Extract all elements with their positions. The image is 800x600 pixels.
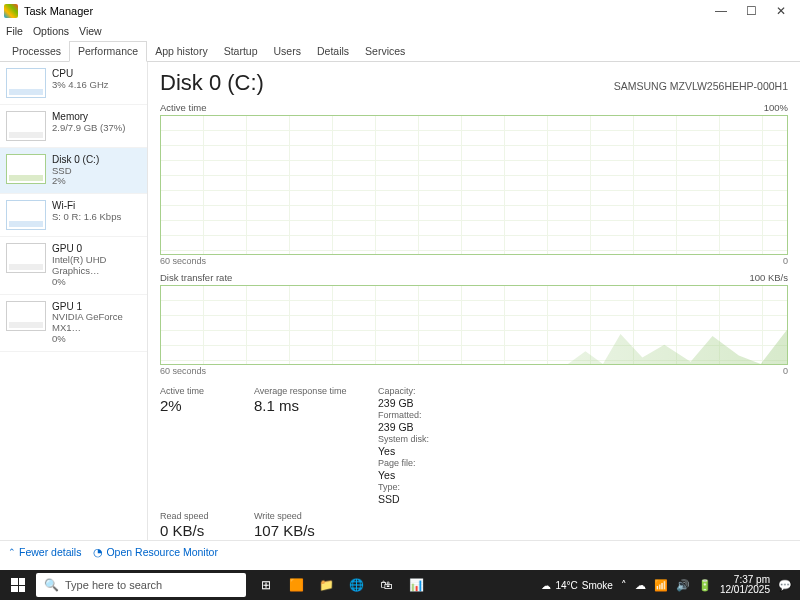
chart1-area [160,115,788,255]
metric-sysdisk-val: Yes [378,445,468,457]
taskbar: 🔍 Type here to search ⊞ 🟧 📁 🌐 🛍 📊 ☁ 14°C… [0,570,800,600]
open-resmon-label: Open Resource Monitor [106,546,217,558]
sidebar-gpu0-sub2: 0% [52,277,141,288]
weather-temp: 14°C [555,580,577,591]
sidebar-item-cpu[interactable]: CPU 3% 4.16 GHz [0,62,147,105]
sidebar-gpu1-sub2: 0% [52,334,141,345]
chart-transfer-rate: Disk transfer rate 100 KB/s 60 seconds 0 [160,272,788,376]
tray-onedrive-icon[interactable]: ☁ [635,579,646,592]
disk-metrics: Active time 2% Average response time 8.1… [160,386,788,545]
chart1-xright: 0 [783,256,788,266]
tab-details[interactable]: Details [309,42,357,61]
tab-strip: Processes Performance App history Startu… [0,40,800,62]
sidebar-gpu1-sub1: NVIDIA GeForce MX1… [52,312,141,334]
metric-active-time-val: 2% [160,397,240,414]
chart2-xright: 0 [783,366,788,376]
sidebar-thumb-memory [6,111,46,141]
sidebar-cpu-title: CPU [52,68,109,80]
chart2-yhigh: 100 KB/s [749,272,788,283]
resmon-icon: ◔ [93,546,103,558]
taskbar-search[interactable]: 🔍 Type here to search [36,573,246,597]
sidebar-item-memory[interactable]: Memory 2.9/7.9 GB (37%) [0,105,147,148]
maximize-button[interactable]: ☐ [736,4,766,18]
weather-widget[interactable]: ☁ 14°C Smoke [541,580,612,591]
action-center-icon[interactable]: 💬 [778,579,792,592]
metric-formatted-val: 239 GB [378,421,468,433]
windows-logo-icon [11,578,25,592]
tray-wifi-icon[interactable]: 📶 [654,579,668,592]
metric-capacity-val: 239 GB [378,397,468,409]
menu-options[interactable]: Options [33,25,69,37]
taskview-button[interactable]: ⊞ [252,570,280,600]
open-resmon-link[interactable]: ◔ Open Resource Monitor [93,546,217,558]
chart1-yhigh: 100% [764,102,788,113]
pinned-taskmgr[interactable]: 📊 [402,570,430,600]
sidebar-item-gpu0[interactable]: GPU 0 Intel(R) UHD Graphics… 0% [0,237,147,294]
metric-formatted-lbl: Formatted: [378,410,468,420]
tray-chevron-icon[interactable]: ˄ [621,579,627,592]
tab-users[interactable]: Users [266,42,309,61]
sidebar-gpu0-sub1: Intel(R) UHD Graphics… [52,255,141,277]
weather-icon: ☁ [541,580,551,591]
perf-main-panel: Disk 0 (C:) SAMSUNG MZVLW256HEHP-000H1 A… [148,62,800,540]
taskbar-pinned: ⊞ 🟧 📁 🌐 🛍 📊 [252,570,430,600]
menu-view[interactable]: View [79,25,102,37]
taskbar-date: 12/01/2025 [720,585,770,596]
tab-performance[interactable]: Performance [69,41,147,62]
metric-pagefile-lbl: Page file: [378,458,468,468]
sidebar-disk-sub2: 2% [52,176,99,187]
metric-capacity-lbl: Capacity: [378,386,468,396]
weather-cond: Smoke [582,580,613,591]
chart-active-time: Active time 100% 60 seconds 0 [160,102,788,266]
app-icon [4,4,18,18]
sidebar-wifi-sub: S: 0 R: 1.6 Kbps [52,212,121,223]
metric-active-time-lbl: Active time [160,386,240,396]
metric-write-val: 107 KB/s [254,522,364,539]
window-title: Task Manager [24,5,93,17]
metric-sysdisk-lbl: System disk: [378,434,468,444]
taskbar-clock[interactable]: 7:37 pm 12/01/2025 [720,575,770,596]
tab-startup[interactable]: Startup [216,42,266,61]
sidebar-thumb-cpu [6,68,46,98]
tab-processes[interactable]: Processes [4,42,69,61]
perf-sidebar: CPU 3% 4.16 GHz Memory 2.9/7.9 GB (37%) … [0,62,148,540]
tray-battery-icon[interactable]: 🔋 [698,579,712,592]
tab-app-history[interactable]: App history [147,42,216,61]
pinned-app-1[interactable]: 🟧 [282,570,310,600]
pinned-explorer[interactable]: 📁 [312,570,340,600]
metric-pagefile-val: Yes [378,469,468,481]
metric-read-lbl: Read speed [160,511,240,521]
metric-read-val: 0 KB/s [160,522,240,539]
metric-type-lbl: Type: [378,482,468,492]
chart2-label: Disk transfer rate [160,272,232,283]
title-bar: Task Manager — ☐ ✕ [0,0,800,22]
tab-services[interactable]: Services [357,42,413,61]
metric-avg-response-lbl: Average response time [254,386,364,396]
perf-title: Disk 0 (C:) [160,70,264,96]
pinned-edge[interactable]: 🌐 [342,570,370,600]
taskbar-search-placeholder: Type here to search [65,579,162,591]
sidebar-item-disk[interactable]: Disk 0 (C:) SSD 2% [0,148,147,194]
chart2-xleft: 60 seconds [160,366,206,376]
fewer-details-label: Fewer details [19,546,81,558]
sidebar-thumb-wifi [6,200,46,230]
pinned-store[interactable]: 🛍 [372,570,400,600]
sidebar-cpu-sub: 3% 4.16 GHz [52,80,109,91]
minimize-button[interactable]: — [706,4,736,18]
system-tray: ☁ 14°C Smoke ˄ ☁ 📶 🔊 🔋 7:37 pm 12/01/202… [541,575,800,596]
sidebar-thumb-gpu1 [6,301,46,331]
metric-type-val: SSD [378,493,468,505]
menu-file[interactable]: File [6,25,23,37]
start-button[interactable] [0,578,36,592]
fewer-details-link[interactable]: ⌃ Fewer details [8,546,81,558]
tray-volume-icon[interactable]: 🔊 [676,579,690,592]
close-button[interactable]: ✕ [766,4,796,18]
sidebar-thumb-disk [6,154,46,184]
sidebar-memory-title: Memory [52,111,125,123]
chevron-up-icon: ⌃ [8,547,16,557]
disk-model: SAMSUNG MZVLW256HEHP-000H1 [614,80,788,92]
chart1-xleft: 60 seconds [160,256,206,266]
sidebar-item-wifi[interactable]: Wi-Fi S: 0 R: 1.6 Kbps [0,194,147,237]
sidebar-item-gpu1[interactable]: GPU 1 NVIDIA GeForce MX1… 0% [0,295,147,352]
metric-write-lbl: Write speed [254,511,364,521]
